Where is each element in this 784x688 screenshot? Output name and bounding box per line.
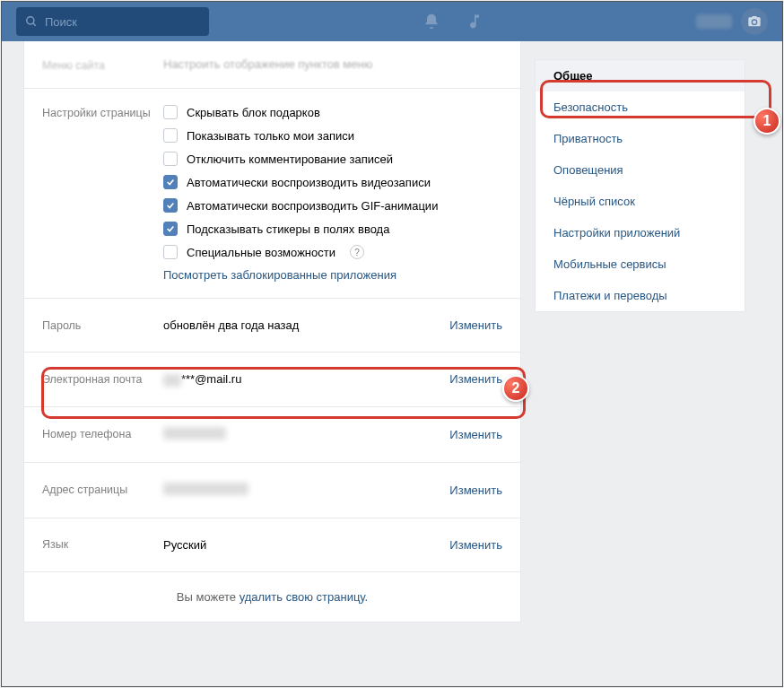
row-label: Номер телефона <box>42 428 163 440</box>
user-name[interactable] <box>696 14 732 29</box>
row-phone: Номер телефона Изменить <box>24 407 520 463</box>
sidebar-item[interactable]: Мобильные сервисы <box>536 248 745 280</box>
topbar: Поиск <box>2 2 782 41</box>
camera-icon <box>747 14 762 29</box>
checkbox-label: Автоматически воспроизводить GIF-анимаци… <box>187 199 438 213</box>
sidebar-item[interactable]: Настройки приложений <box>536 217 745 248</box>
change-address-link[interactable]: Изменить <box>449 483 502 497</box>
checkbox[interactable] <box>163 222 178 236</box>
search-icon <box>25 15 38 28</box>
music-icon[interactable] <box>466 13 483 30</box>
checkbox-row[interactable]: Отключить комментирование записей <box>163 152 502 166</box>
page-settings-section: Настройки страницы Скрывать блок подарко… <box>24 89 520 299</box>
blocked-apps-link[interactable]: Посмотреть заблокированные приложения <box>163 268 502 282</box>
change-email-link[interactable]: Изменить <box>449 372 502 386</box>
menu-label: Меню сайта <box>42 57 163 72</box>
row-label: Адрес страницы <box>42 483 163 496</box>
change-phone-link[interactable]: Изменить <box>449 428 502 441</box>
row-value: обновлён два года назад <box>163 318 449 332</box>
checkbox[interactable] <box>163 152 178 166</box>
search-input[interactable]: Поиск <box>16 7 209 36</box>
row-value <box>163 427 449 442</box>
row-value <box>163 483 449 498</box>
delete-row: Вы можете удалить свою страницу. <box>24 572 520 622</box>
row-label: Пароль <box>42 319 163 332</box>
checkbox-label: Подсказывать стикеры в полях ввода <box>187 222 389 236</box>
checkbox-row[interactable]: Автоматически воспроизводить видеозаписи <box>163 175 502 189</box>
svg-point-0 <box>27 17 34 24</box>
checkbox-row[interactable]: Показывать только мои записи <box>163 128 502 143</box>
checkbox-label: Автоматически воспроизводить видеозаписи <box>187 176 431 189</box>
checkbox-label: Специальные возможности <box>187 246 335 259</box>
checkbox-label: Показывать только мои записи <box>187 129 354 143</box>
menu-desc: Настроить отображение пунктов меню <box>163 57 502 72</box>
search-placeholder: Поиск <box>45 15 77 29</box>
delete-page-link[interactable]: удалить свою страницу. <box>240 590 369 604</box>
row-email: Электронная почта ***@mail.ru Изменить <box>24 353 520 407</box>
help-icon[interactable]: ? <box>350 245 364 259</box>
sidebar-item[interactable]: Общее <box>536 60 745 91</box>
settings-sidebar: ОбщееБезопасностьПриватностьОповещенияЧё… <box>535 59 745 312</box>
checkbox[interactable] <box>163 175 178 189</box>
row-lang: Язык Русский Изменить <box>24 518 520 572</box>
checkbox[interactable] <box>163 198 178 213</box>
sidebar-item[interactable]: Оповещения <box>536 154 745 186</box>
row-password: Пароль обновлён два года назад Изменить <box>24 299 520 353</box>
row-address: Адрес страницы Изменить <box>24 463 520 518</box>
checkbox[interactable] <box>163 128 178 143</box>
checkbox[interactable] <box>163 245 178 259</box>
menu-section: Меню сайта Настроить отображение пунктов… <box>24 41 520 89</box>
checkbox-row[interactable]: Подсказывать стикеры в полях ввода <box>163 222 502 236</box>
annotation-badge-1: 1 <box>754 108 780 135</box>
page-settings-label: Настройки страницы <box>42 105 163 282</box>
sidebar-item[interactable]: Платежи и переводы <box>536 280 745 311</box>
change-password-link[interactable]: Изменить <box>449 318 502 332</box>
avatar[interactable] <box>741 8 768 35</box>
row-value: ***@mail.ru <box>163 372 449 387</box>
checkbox-row[interactable]: Скрывать блок подарков <box>163 105 502 119</box>
checkbox-label: Скрывать блок подарков <box>187 106 320 119</box>
sidebar-item[interactable]: Безопасность <box>536 91 745 123</box>
row-label: Электронная почта <box>42 373 163 386</box>
settings-panel: Меню сайта Настроить отображение пунктов… <box>23 41 521 623</box>
change-lang-link[interactable]: Изменить <box>449 538 502 552</box>
checkbox-row[interactable]: Специальные возможности? <box>163 245 502 259</box>
row-label: Язык <box>42 538 163 551</box>
sidebar-item[interactable]: Приватность <box>536 123 745 154</box>
checkbox[interactable] <box>163 105 178 119</box>
sidebar-item[interactable]: Чёрный список <box>536 186 745 217</box>
annotation-badge-2: 2 <box>502 375 529 402</box>
svg-line-1 <box>33 23 36 26</box>
bell-icon[interactable] <box>422 13 440 30</box>
row-value: Русский <box>163 538 449 552</box>
checkbox-label: Отключить комментирование записей <box>187 152 393 166</box>
checkbox-row[interactable]: Автоматически воспроизводить GIF-анимаци… <box>163 198 502 213</box>
